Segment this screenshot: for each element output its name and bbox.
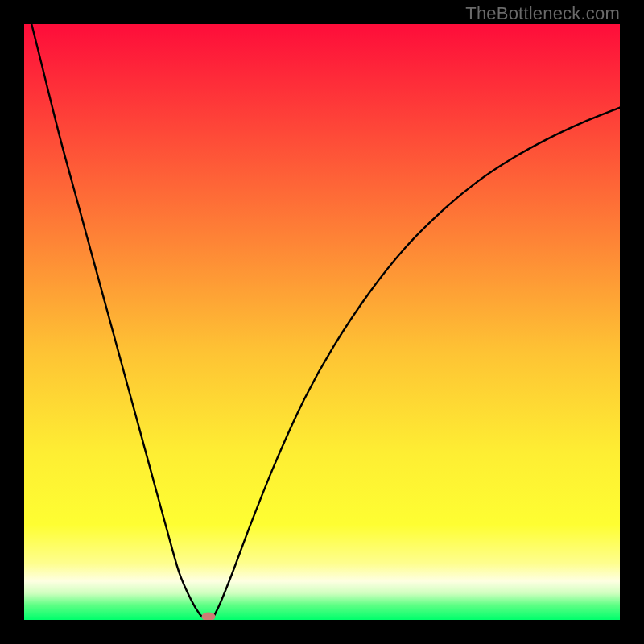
watermark-text: TheBottleneck.com [465,3,620,24]
bottleneck-curve [24,24,620,620]
plot-area [24,24,620,620]
chart-frame: TheBottleneck.com [0,0,644,644]
minimum-marker [202,612,216,620]
